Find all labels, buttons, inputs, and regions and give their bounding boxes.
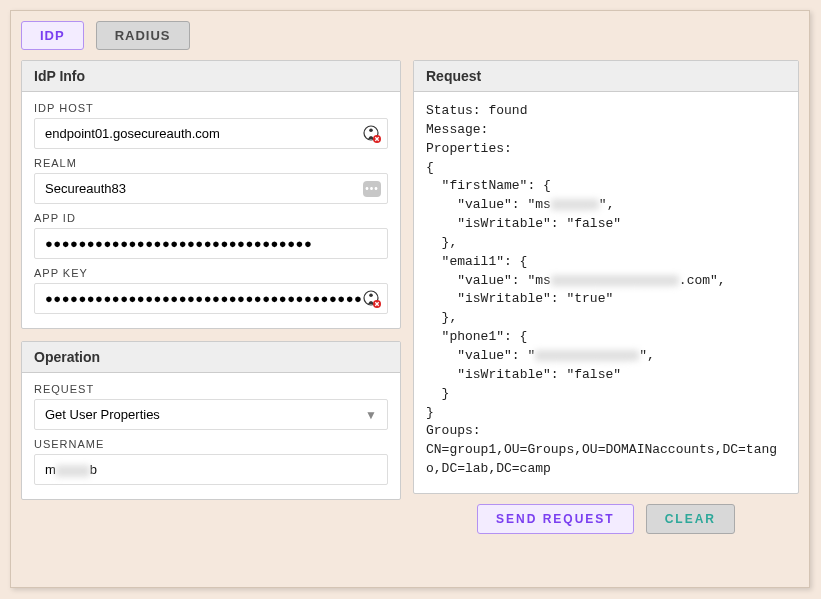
operation-panel: Operation REQUEST Get User Properties ▼ … [21,341,401,500]
request-panel-title: Request [414,61,798,92]
username-label: USERNAME [34,438,388,450]
lastpass-error-icon[interactable] [363,290,381,308]
idp-info-title: IdP Info [22,61,400,92]
svg-point-1 [369,128,373,132]
username-input-wrap: mxxxxb [34,454,388,485]
idp-host-input[interactable] [45,126,377,141]
send-request-button[interactable]: SEND REQUEST [477,504,634,534]
app-key-input-wrap: ●●●●●●●●●●●●●●●●●●●●●●●●●●●●●●●●●●●●●● [34,283,388,314]
request-response-text: Status: found Message: Properties: { "fi… [426,102,786,479]
realm-input-wrap: ••• [34,173,388,204]
app-id-input-wrap: ●●●●●●●●●●●●●●●●●●●●●●●●●●●●●●●● [34,228,388,259]
tab-idp[interactable]: IDP [21,21,84,50]
tab-bar: IDP RADIUS [21,21,799,50]
lastpass-error-icon[interactable] [363,125,381,143]
request-select[interactable]: Get User Properties ▼ [34,399,388,430]
clear-button[interactable]: CLEAR [646,504,735,534]
operation-title: Operation [22,342,400,373]
app-id-input[interactable]: ●●●●●●●●●●●●●●●●●●●●●●●●●●●●●●●● [45,236,312,251]
svg-point-4 [369,293,373,297]
request-label: REQUEST [34,383,388,395]
username-input[interactable]: mxxxxb [45,462,97,477]
tab-radius[interactable]: RADIUS [96,21,190,50]
message-icon[interactable]: ••• [363,180,381,198]
app-id-label: APP ID [34,212,388,224]
app-key-label: APP KEY [34,267,388,279]
idp-info-panel: IdP Info IDP HOST [21,60,401,329]
request-select-value: Get User Properties [45,407,160,422]
app-container: IDP RADIUS IdP Info IDP HOST [10,10,810,588]
chevron-down-icon: ▼ [365,408,377,422]
app-key-input[interactable]: ●●●●●●●●●●●●●●●●●●●●●●●●●●●●●●●●●●●●●● [45,291,362,306]
realm-input[interactable] [45,181,377,196]
button-row: SEND REQUEST CLEAR [413,504,799,534]
realm-label: REALM [34,157,388,169]
idp-host-input-wrap [34,118,388,149]
request-panel: Request Status: found Message: Propertie… [413,60,799,494]
idp-host-label: IDP HOST [34,102,388,114]
